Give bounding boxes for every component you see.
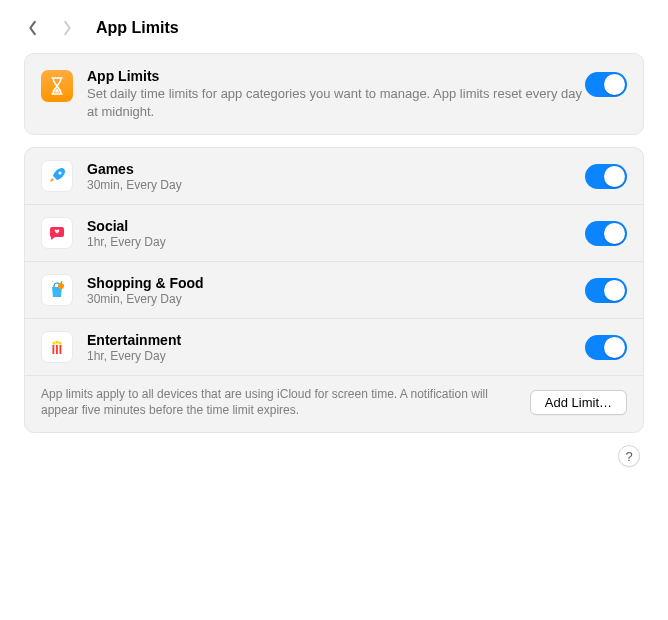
shopping-bag-icon — [41, 274, 73, 306]
app-limits-pane: App Limits App Limits Set daily time lim… — [0, 0, 668, 620]
category-name: Social — [87, 218, 585, 234]
svg-point-7 — [58, 341, 61, 344]
popcorn-icon — [41, 331, 73, 363]
back-button[interactable] — [20, 15, 46, 41]
page-title: App Limits — [96, 19, 179, 37]
category-detail: 1hr, Every Day — [87, 235, 585, 249]
category-name: Shopping & Food — [87, 275, 585, 291]
category-detail: 30min, Every Day — [87, 292, 585, 306]
category-toggle-social[interactable] — [585, 221, 627, 246]
svg-rect-3 — [56, 345, 58, 354]
category-toggle-shopping-food[interactable] — [585, 278, 627, 303]
category-row-social[interactable]: Social 1hr, Every Day — [25, 205, 643, 262]
category-toggle-entertainment[interactable] — [585, 335, 627, 360]
svg-point-6 — [55, 340, 58, 343]
category-row-games[interactable]: Games 30min, Every Day — [25, 148, 643, 205]
master-title: App Limits — [87, 68, 585, 84]
category-row-shopping-food[interactable]: Shopping & Food 30min, Every Day — [25, 262, 643, 319]
master-description: Set daily time limits for app categories… — [87, 85, 585, 120]
svg-rect-4 — [60, 345, 62, 354]
category-name: Games — [87, 161, 585, 177]
master-toggle-panel: App Limits Set daily time limits for app… — [24, 53, 644, 135]
category-toggle-games[interactable] — [585, 164, 627, 189]
add-limit-button[interactable]: Add Limit… — [530, 390, 627, 415]
svg-point-1 — [58, 283, 64, 289]
svg-rect-2 — [53, 345, 55, 354]
footer-note: App limits apply to all devices that are… — [41, 386, 518, 418]
master-toggle[interactable] — [585, 72, 627, 97]
svg-point-5 — [52, 341, 55, 344]
header-bar: App Limits — [0, 0, 668, 53]
content-area: App Limits Set daily time limits for app… — [0, 53, 668, 620]
category-detail: 1hr, Every Day — [87, 349, 585, 363]
master-toggle-row: App Limits Set daily time limits for app… — [25, 54, 643, 134]
chevron-right-icon — [61, 20, 73, 36]
category-row-entertainment[interactable]: Entertainment 1hr, Every Day — [25, 319, 643, 376]
chat-heart-icon — [41, 217, 73, 249]
help-button[interactable]: ? — [618, 445, 640, 467]
footer-row: App limits apply to all devices that are… — [25, 376, 643, 432]
chevron-left-icon — [27, 20, 39, 36]
hourglass-icon — [41, 70, 73, 102]
category-detail: 30min, Every Day — [87, 178, 585, 192]
categories-panel: Games 30min, Every Day Social 1hr, Every… — [24, 147, 644, 433]
svg-point-0 — [58, 171, 61, 174]
help-row: ? — [24, 445, 644, 467]
rocket-icon — [41, 160, 73, 192]
forward-button[interactable] — [54, 15, 80, 41]
category-name: Entertainment — [87, 332, 585, 348]
